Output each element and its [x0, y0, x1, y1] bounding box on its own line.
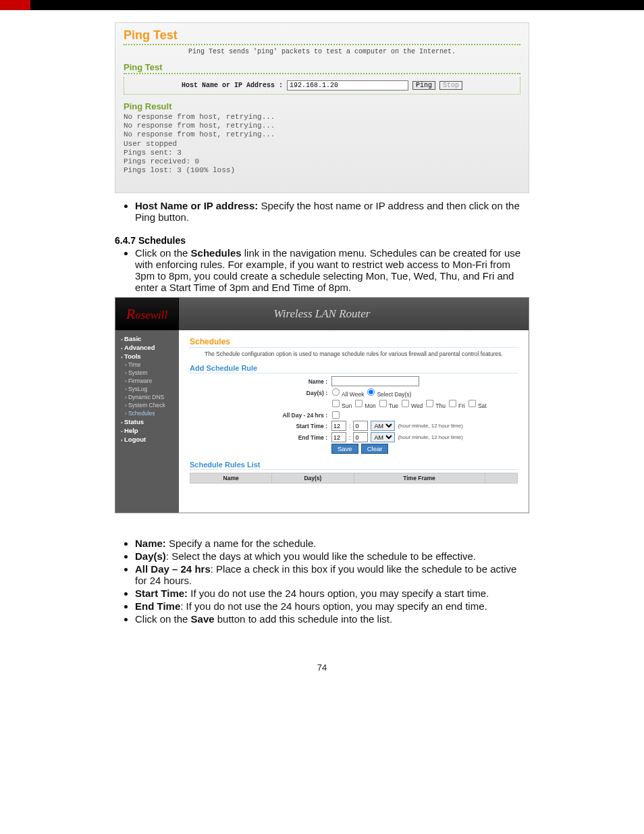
page-top-bar — [0, 0, 644, 10]
col-days: Day(s) — [272, 473, 354, 484]
cb-thu-label[interactable]: Thu — [425, 399, 446, 409]
col-name: Name — [190, 473, 272, 484]
ping-test-panel: Ping Test Ping Test sends 'ping' packets… — [115, 22, 529, 193]
sidebar-item-schedules[interactable]: Schedules — [115, 409, 179, 417]
sidebar-item-system[interactable]: System — [115, 369, 179, 377]
sidebar-item-syscheck[interactable]: System Check — [115, 401, 179, 409]
start-ampm-select[interactable]: AM — [371, 421, 395, 431]
end-ampm-select[interactable]: AM — [371, 432, 395, 442]
ping-button[interactable]: Ping — [412, 81, 435, 90]
bullet-label: Day(s) — [135, 550, 166, 562]
time-hint: (hour:minute, 12 hour time) — [398, 423, 463, 429]
stop-button[interactable]: Stop — [439, 81, 462, 90]
schedule-bullets: Name: Specify a name for the schedule. D… — [115, 538, 529, 625]
sidebar-item-basic[interactable]: Basic — [115, 334, 179, 343]
bullet-pre: Click on the — [135, 613, 191, 625]
sidebar-item-tools[interactable]: Tools — [115, 352, 179, 361]
name-label: Name : — [190, 378, 331, 385]
list-item: Host Name or IP address: Specify the hos… — [135, 200, 529, 223]
sidebar-item-dyndns[interactable]: Dynamic DNS — [115, 393, 179, 401]
router-title: Wireless LAN Router — [274, 307, 371, 320]
ping-result-output: No response from host, retrying... No re… — [124, 113, 520, 175]
sidebar-item-time[interactable]: Time — [115, 361, 179, 369]
cb-mon-label[interactable]: Mon — [354, 399, 376, 409]
sidebar-item-firmware[interactable]: Firmware — [115, 377, 179, 385]
section-heading: 6.4.7 Schedules — [115, 235, 529, 246]
allday-checkbox[interactable] — [332, 411, 340, 419]
days-label: Day(s) : — [190, 390, 331, 396]
bullet-label: Save — [191, 613, 215, 625]
list-item: Name: Specify a name for the schedule. — [135, 538, 529, 549]
name-input[interactable] — [331, 376, 419, 386]
rosewill-logo: RRosewillosewill — [115, 298, 179, 330]
cb-fri[interactable] — [449, 400, 456, 407]
para-pre: Click on the — [135, 247, 191, 259]
bullet-label: Start Time: — [135, 588, 188, 599]
schedules-link-text: Schedules — [191, 247, 242, 259]
sidebar-item-help[interactable]: Help — [115, 426, 179, 435]
cb-sun-label[interactable]: Sun — [331, 399, 352, 409]
bullet-text: If you do not use the 24 hours option, y… — [188, 588, 489, 599]
panel-title: Ping Test — [124, 28, 520, 43]
list-item: Start Time: If you do not use the 24 hou… — [135, 588, 529, 599]
list-item: All Day – 24 hrs: Place a check in this … — [135, 563, 529, 586]
start-min-input[interactable] — [353, 421, 368, 431]
bullet-label: Name: — [135, 538, 166, 549]
radio-select-days[interactable] — [367, 388, 375, 396]
add-rule-heading: Add Schedule Rule — [190, 364, 518, 372]
bullet-label: All Day – 24 hrs — [135, 563, 211, 575]
cb-wed[interactable] — [402, 400, 409, 407]
host-label: Host Name or IP Address : — [182, 82, 283, 89]
list-item: Click on the Save button to add this sch… — [135, 613, 529, 625]
bullet-text: button to add this schedule into the lis… — [215, 613, 393, 625]
sidebar-item-syslog[interactable]: SysLog — [115, 385, 179, 393]
divider — [190, 469, 518, 470]
cb-sun[interactable] — [332, 400, 340, 407]
sidebar-item-logout[interactable]: Logout — [115, 435, 179, 444]
col-time: Time Frame — [354, 473, 485, 484]
radio-select-days-text: Select Day(s) — [377, 391, 411, 398]
save-button[interactable]: Save — [331, 444, 358, 454]
divider — [124, 73, 520, 74]
sidebar: Basic Advanced Tools Time System Firmwar… — [115, 330, 179, 513]
start-time-label: Start Time : — [190, 423, 331, 429]
bullet-label: Host Name or IP address: — [135, 200, 258, 211]
cb-tue-label[interactable]: Tue — [379, 399, 398, 409]
cb-wed-label[interactable]: Wed — [401, 399, 423, 409]
list-item: Day(s): Select the days at which you wou… — [135, 550, 529, 562]
sidebar-item-status[interactable]: Status — [115, 417, 179, 426]
divider — [124, 44, 520, 45]
end-time-label: End Time : — [190, 434, 331, 441]
divider — [190, 347, 518, 348]
start-hour-input[interactable] — [331, 421, 346, 431]
ping-form: Host Name or IP Address : Ping Stop — [124, 77, 520, 95]
cb-sat[interactable] — [468, 400, 476, 407]
rules-table: Name Day(s) Time Frame — [190, 473, 518, 484]
accent-bar — [0, 0, 30, 10]
radio-all-week[interactable] — [332, 388, 340, 396]
end-hour-input[interactable] — [331, 432, 346, 442]
end-min-input[interactable] — [353, 432, 368, 442]
list-item: End Time: If you do not use the 24 hours… — [135, 600, 529, 612]
radio-all-week-text: All Week — [342, 391, 364, 398]
cb-mon[interactable] — [355, 400, 363, 407]
cb-tue[interactable] — [379, 400, 387, 407]
list-item: Click on the Schedules link in the navig… — [135, 247, 529, 293]
clear-button[interactable]: Clear — [361, 444, 389, 454]
rules-list-heading: Schedule Rules List — [190, 461, 518, 469]
section-bullets: Click on the Schedules link in the navig… — [115, 247, 529, 293]
ping-result-heading: Ping Result — [124, 101, 520, 111]
host-input[interactable] — [287, 80, 408, 90]
schedules-title: Schedules — [190, 337, 518, 346]
panel-description: Ping Test sends 'ping' packets to test a… — [124, 48, 520, 55]
bullet-label: End Time — [135, 600, 180, 612]
cb-sat-label[interactable]: Sat — [468, 399, 487, 409]
radio-select-days-label[interactable]: Select Day(s) — [367, 388, 411, 398]
radio-all-week-label[interactable]: All Week — [331, 388, 364, 398]
page-number: 74 — [115, 662, 529, 673]
col-action — [485, 473, 518, 484]
sidebar-item-advanced[interactable]: Advanced — [115, 343, 179, 352]
cb-fri-label[interactable]: Fri — [448, 399, 465, 409]
divider — [190, 373, 518, 373]
cb-thu[interactable] — [426, 400, 433, 407]
